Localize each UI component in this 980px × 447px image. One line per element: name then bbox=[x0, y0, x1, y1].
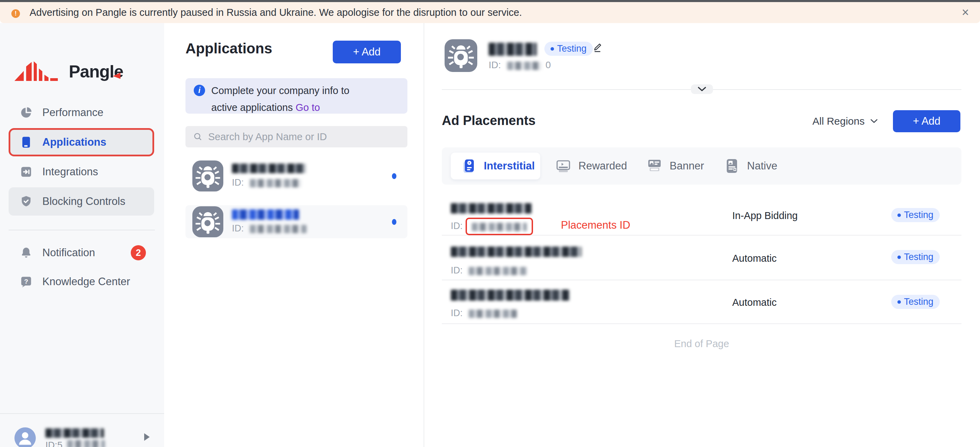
banner-message: Advertising on Pangle is currently pause… bbox=[30, 7, 522, 18]
info-icon: i bbox=[194, 85, 205, 96]
bug-app-icon-large bbox=[445, 39, 477, 72]
chevron-right-icon[interactable] bbox=[144, 433, 150, 441]
annotation-red-box bbox=[466, 218, 533, 235]
placement-row[interactable]: ID: Automatic Testing bbox=[442, 236, 961, 280]
app-id-label: ID: bbox=[232, 223, 244, 233]
redacted-user-id bbox=[67, 440, 105, 447]
redacted-placement-id bbox=[469, 310, 517, 318]
search-input[interactable] bbox=[208, 126, 401, 147]
status-badge: Testing bbox=[544, 42, 593, 56]
go-to-link[interactable]: Go to bbox=[296, 102, 320, 113]
page-title: Applications bbox=[186, 40, 272, 57]
redacted-user-name bbox=[45, 428, 104, 438]
sidebar-divider bbox=[9, 230, 155, 230]
app-id-row: ID: bbox=[232, 223, 307, 234]
sidebar-item-label: Notification bbox=[42, 247, 95, 259]
tab-label: Native bbox=[747, 160, 777, 172]
sidebar-item-label: Blocking Controls bbox=[42, 195, 125, 208]
status-badge: Testing bbox=[891, 250, 940, 264]
sidebar-item-performance[interactable]: Performance bbox=[9, 99, 154, 127]
announcement-banner: ! Advertising on Pangle is currently pau… bbox=[0, 2, 980, 23]
sidebar-item-label: Knowledge Center bbox=[42, 276, 130, 288]
applications-panel: Applications + Add i Complete your compa… bbox=[164, 23, 424, 447]
sidebar-item-integrations[interactable]: Integrations bbox=[9, 158, 154, 186]
region-filter-dropdown[interactable]: All Regions bbox=[813, 115, 878, 127]
notification-count-badge: 2 bbox=[131, 245, 146, 260]
end-of-page-text: End of Page bbox=[442, 338, 961, 350]
bell-icon bbox=[20, 246, 33, 259]
rewarded-icon bbox=[556, 158, 571, 174]
pie-chart-icon bbox=[20, 106, 33, 119]
close-icon[interactable]: × bbox=[962, 5, 969, 20]
banner-icon bbox=[647, 158, 662, 174]
status-badge: Testing bbox=[891, 295, 940, 309]
redacted-app-id bbox=[250, 179, 301, 187]
sidebar-item-applications[interactable]: Applications bbox=[9, 128, 154, 156]
add-application-button[interactable]: + Add bbox=[333, 41, 401, 63]
app-id-row: ID: bbox=[232, 177, 301, 188]
tab-label: Interstitial bbox=[484, 160, 535, 172]
tab-banner[interactable]: Banner bbox=[647, 153, 704, 179]
placement-id-label: ID: bbox=[451, 308, 463, 318]
pangle-logo[interactable]: Pangle bbox=[14, 59, 149, 84]
app-list-item-selected[interactable]: ID: bbox=[186, 205, 407, 238]
add-placement-button[interactable]: + Add bbox=[893, 110, 960, 132]
tab-rewarded[interactable]: Rewarded bbox=[556, 153, 627, 179]
redacted-placement-name bbox=[451, 247, 582, 257]
placement-row[interactable]: ID: Placements ID In-App Bidding Testing bbox=[442, 198, 961, 236]
tab-label: Banner bbox=[670, 160, 704, 172]
native-icon bbox=[724, 158, 740, 174]
status-badge: Testing bbox=[891, 208, 940, 222]
redacted-app-name bbox=[232, 164, 306, 173]
sidebar-item-label: Performance bbox=[42, 106, 103, 119]
tab-native[interactable]: Native bbox=[724, 153, 777, 179]
help-bubble-icon: ? bbox=[20, 275, 33, 288]
svg-text:?: ? bbox=[24, 278, 28, 285]
bug-app-icon bbox=[192, 160, 223, 192]
redacted-placement-name bbox=[451, 290, 570, 301]
chevron-down-icon bbox=[870, 119, 878, 124]
integrations-icon bbox=[20, 165, 33, 179]
placement-type: In-App Bidding bbox=[732, 210, 798, 222]
tab-interstitial[interactable]: Interstitial bbox=[451, 153, 540, 179]
app-search bbox=[186, 126, 407, 147]
pangle-logo-accent bbox=[113, 73, 121, 79]
pangle-logo-mark bbox=[14, 61, 66, 83]
placement-type: Automatic bbox=[732, 297, 776, 308]
redacted-current-app-name bbox=[488, 43, 537, 56]
sidebar-item-blocking-controls[interactable]: Blocking Controls bbox=[9, 187, 154, 216]
status-dot bbox=[392, 173, 396, 179]
placement-row[interactable]: ID: Automatic Testing bbox=[442, 280, 961, 324]
notice-line1: Complete your company info to bbox=[211, 85, 349, 96]
region-filter-value: All Regions bbox=[813, 115, 865, 127]
shield-check-icon bbox=[20, 195, 33, 208]
notice-line2: active applications bbox=[211, 102, 293, 113]
status-dot bbox=[392, 219, 396, 225]
redacted-placement-name bbox=[451, 203, 531, 214]
interstitial-icon bbox=[461, 158, 476, 174]
avatar bbox=[14, 427, 36, 447]
app-list-item[interactable]: ID: bbox=[186, 160, 407, 193]
search-icon bbox=[193, 132, 203, 142]
notice-text: Complete your company info to active app… bbox=[211, 82, 349, 116]
bug-app-icon bbox=[192, 206, 223, 237]
app-id-label: ID: bbox=[232, 177, 244, 188]
placement-id-row: ID: bbox=[451, 265, 527, 276]
current-app-id-row: ID: 0 bbox=[488, 59, 551, 70]
sidebar-item-notification[interactable]: Notification 2 bbox=[9, 239, 154, 267]
placement-type-tabs: Interstitial Rewarded Banner Native bbox=[442, 147, 961, 185]
sidebar-item-knowledge-center[interactable]: ? Knowledge Center bbox=[9, 268, 154, 296]
placement-type: Automatic bbox=[732, 253, 776, 264]
edit-pencil-icon[interactable] bbox=[593, 42, 603, 53]
applications-icon bbox=[20, 136, 33, 149]
user-account-section[interactable]: ID:5 bbox=[0, 413, 164, 447]
warning-icon: ! bbox=[11, 9, 20, 18]
app-id-label: ID: bbox=[488, 59, 501, 70]
collapse-header-button[interactable] bbox=[691, 85, 713, 94]
redacted-current-app-id bbox=[507, 62, 542, 70]
placement-id-row: ID: bbox=[451, 308, 517, 319]
company-info-notice: i Complete your company info to active a… bbox=[186, 78, 407, 113]
placement-id-row: ID: bbox=[451, 218, 533, 235]
sidebar-item-label: Applications bbox=[42, 136, 106, 148]
app-id-suffix: 0 bbox=[546, 59, 551, 70]
